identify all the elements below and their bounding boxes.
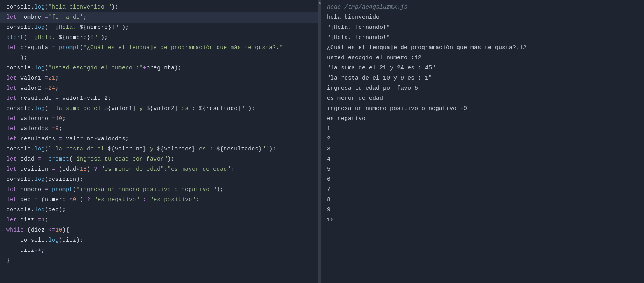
code-line[interactable]: alert(`"¡Hola, ${nombre}!"`); [6,33,314,43]
code-token: } [258,146,262,152]
code-line[interactable]: let nombre ='fernando'; [0,12,318,23]
code-line[interactable]: let numero = prompt("ingresa un numero p… [6,185,314,195]
code-token: = [52,44,59,51]
code-line[interactable]: let valor2 =24; [6,83,314,94]
output-line: "la suma de el 21 y 24 es : 45" [327,63,640,73]
code-token: ( [45,65,48,71]
code-line[interactable]: let resultados = valoruno-valordos; [6,134,314,144]
code-token: ( [59,166,62,173]
code-line[interactable]: console.log("hola bienvenido "); [6,2,314,12]
code-token: } [143,146,146,152]
fold-arrow-icon[interactable]: ▾ [1,228,4,233]
code-line[interactable]: let valor1 =21; [6,73,314,83]
code-token: = [52,166,59,173]
code-token: desicion [48,176,76,183]
output-line: es menor de edad [327,94,640,104]
code-token: ( [59,237,62,244]
code-token: let [6,126,20,132]
code-line[interactable]: let diez =1; [6,215,314,225]
output-pane[interactable]: node /tmp/aeAqsluzmX.js hola bienvenido … [321,0,644,283]
code-line[interactable]: let edad = prompt("ingresa tu edad por f… [6,154,314,164]
code-token: console [6,24,31,31]
code-line[interactable]: diez++; [6,246,314,256]
code-token: console [6,207,31,213]
code-line[interactable]: let desicion = (edad<18) ? "es menor de … [6,164,314,175]
code-token: ${ [157,146,164,152]
code-token: let [6,44,20,51]
code-line[interactable]: console.log(dec); [6,205,314,215]
code-editor-pane[interactable]: console.log("hola bienvenido ");let nomb… [0,0,318,283]
code-token: dec [48,207,59,213]
code-token: ); [216,186,223,193]
code-token: ( [45,4,48,11]
code-line[interactable]: console.log("usted escogio el numero :"+… [6,63,314,73]
code-token: "usted escogio el numero :" [48,65,143,71]
code-token: y [146,146,157,152]
code-token: ( [73,186,76,193]
code-token: es : [195,146,216,152]
code-token: = [45,85,48,92]
code-line[interactable]: } [6,256,314,266]
code-token: log [34,176,45,183]
output-line: 10 [327,215,640,225]
code-token: ); [122,24,129,31]
code-token: = [45,186,52,193]
code-line[interactable]: let dec = (numero <0 ) ? "es negativo" :… [6,195,314,205]
code-token: . [31,207,34,213]
output-line: 8 [327,195,640,205]
output-line: "¡Hola, fernando!" [327,23,640,33]
code-line[interactable]: console.log(`"¡Hola, ${nombre}!"`); [6,23,314,33]
code-token: ); [248,105,255,112]
code-token: valoruno [20,115,52,122]
code-line[interactable]: console.log(desicion); [6,175,314,185]
code-token: ${ [108,146,115,152]
code-token: . [31,4,34,11]
code-token: ${ [199,105,206,112]
code-token: ; [55,75,59,81]
code-line[interactable]: let valordos =9; [6,124,314,134]
code-token: = [45,75,48,81]
code-line[interactable]: console.log(`"la resta de el ${valoruno}… [6,144,314,154]
code-line[interactable]: let resultado = valor1+valor2; [6,94,314,104]
code-line[interactable]: while (diez <=10){ [6,225,314,235]
code-token: } [6,257,10,264]
code-token: !"` [90,34,101,41]
code-token: + [83,95,87,102]
pane-divider[interactable]: ▲ [318,0,321,283]
code-token: ( [80,44,83,51]
code-token: = [52,126,55,132]
code-token: ( [45,24,48,31]
code-token: let [6,186,20,193]
code-token: ${ [59,34,66,41]
code-line[interactable]: console.log(`"la suma de el ${valor1} y … [6,104,314,114]
code-token: 21 [48,75,55,81]
code-token: "ingresa un numero positivo o negativo " [76,186,216,193]
code-token: } [87,34,90,41]
code-token: } [174,105,178,112]
code-token: ( [41,196,45,203]
code-token: <= [48,227,55,233]
output-line: 9 [327,205,640,215]
code-token: log [34,4,45,11]
code-line[interactable]: console.log(diez); [6,235,314,246]
code-token: resultado [206,105,237,112]
code-token: valor1 [111,105,132,112]
code-token: pregunta [20,44,52,51]
output-line: 6 [327,175,640,185]
code-token: ; [62,115,66,122]
code-line[interactable]: let valoruno =10; [6,114,314,124]
code-token: ? [87,196,94,203]
code-token: "¿Cuál es el lenguaje de programación qu… [83,44,283,51]
code-token: ( [45,146,48,152]
code-token: = [55,95,62,102]
code-line[interactable]: let pregunta = prompt("¿Cuál es el lengu… [6,43,314,53]
code-token: valordos [97,136,125,142]
code-line[interactable]: ); [6,53,314,63]
code-token: resultados [20,136,59,142]
output-line: es negativo [327,114,640,124]
code-token: 10 [55,115,62,122]
code-token: nombre [87,24,108,31]
code-token: while [6,227,27,233]
code-token: alert [6,34,24,41]
code-token: 1 [41,217,45,223]
